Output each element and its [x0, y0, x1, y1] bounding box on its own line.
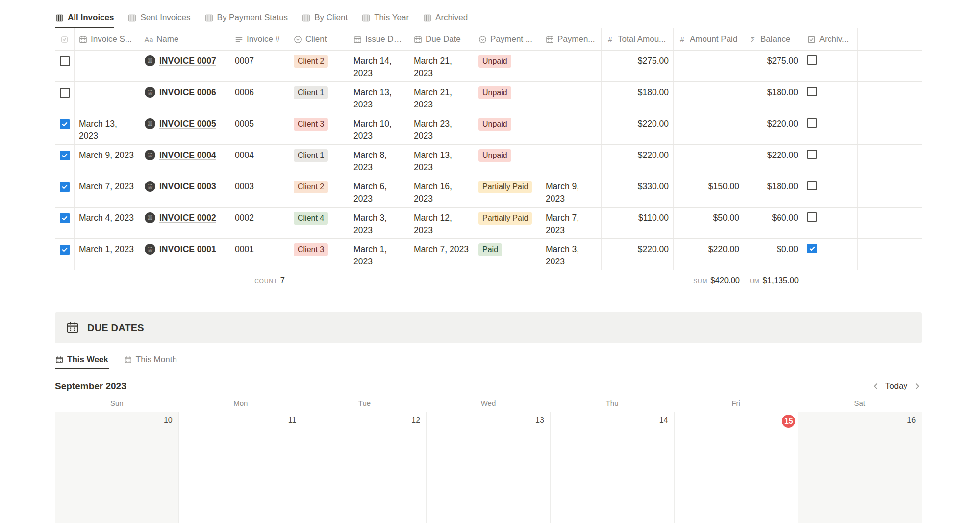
archived-checkbox[interactable] — [807, 244, 817, 253]
view-tab-by-client[interactable]: By Client — [302, 8, 348, 28]
name-cell[interactable]: YOURLOGOHEREINVOICE 0002 — [140, 208, 230, 238]
client-cell[interactable]: Client 2 — [289, 51, 349, 81]
invoice-page-link[interactable]: YOURLOGOHEREINVOICE 0005 — [145, 118, 226, 130]
calendar-tab-this-week[interactable]: This Week — [55, 350, 109, 369]
invoice_sent-cell[interactable]: March 1, 2023 — [75, 239, 140, 270]
archived-cell[interactable] — [803, 51, 858, 81]
payment_status-cell[interactable]: Partially Paid — [474, 208, 541, 238]
payment_date-cell[interactable] — [541, 145, 602, 176]
chevron-right-icon[interactable] — [913, 382, 922, 391]
name-cell[interactable]: YOURLOGOHEREINVOICE 0004 — [140, 145, 230, 176]
column-header-invoice_number[interactable]: Invoice # — [230, 28, 289, 50]
calendar-day-12[interactable]: 12 — [302, 412, 427, 523]
issue_date-cell[interactable]: March 10, 2023 — [349, 113, 409, 144]
select-cell[interactable] — [55, 113, 75, 144]
calendar-tab-this-month[interactable]: This Month — [124, 350, 177, 369]
due_date-cell[interactable]: March 7, 2023 — [409, 239, 474, 270]
invoice-page-link[interactable]: YOURLOGOHEREINVOICE 0006 — [145, 86, 226, 99]
chevron-left-icon[interactable] — [871, 382, 880, 391]
row-select-checkbox[interactable] — [60, 213, 70, 223]
invoice_sent-cell[interactable] — [75, 51, 140, 81]
amount_paid-cell[interactable]: $150.00 — [674, 176, 744, 207]
payment_status-cell[interactable]: Paid — [474, 239, 541, 270]
client-cell[interactable]: Client 2 — [289, 176, 349, 207]
amount_paid-cell[interactable] — [674, 82, 744, 113]
issue_date-cell[interactable]: March 1, 2023 — [349, 239, 409, 270]
payment_date-cell[interactable]: March 3, 2023 — [541, 239, 602, 270]
issue_date-cell[interactable]: March 6, 2023 — [349, 176, 409, 207]
due_date-cell[interactable]: March 16, 2023 — [409, 176, 474, 207]
payment_status-cell[interactable]: Unpaid — [474, 82, 541, 113]
column-header-amount_paid[interactable]: #Amount Paid — [674, 28, 744, 50]
archived-checkbox[interactable] — [807, 150, 817, 159]
payment_status-cell[interactable]: Partially Paid — [474, 176, 541, 207]
payment_date-cell[interactable]: March 7, 2023 — [541, 208, 602, 238]
invoice_number-cell[interactable]: 0002 — [230, 208, 289, 238]
archived-cell[interactable] — [803, 176, 858, 207]
calendar-day-14[interactable]: 14 — [551, 412, 675, 523]
amount_paid-cell[interactable]: $220.00 — [674, 239, 744, 270]
invoice_number-cell[interactable]: 0007 — [230, 51, 289, 81]
issue_date-cell[interactable]: March 8, 2023 — [349, 145, 409, 176]
invoice-page-link[interactable]: YOURLOGOHEREINVOICE 0007 — [145, 55, 226, 67]
today-button[interactable]: Today — [884, 381, 908, 391]
client-cell[interactable]: Client 3 — [289, 113, 349, 144]
total_amount-cell[interactable]: $220.00 — [602, 113, 674, 144]
issue_date-cell[interactable]: March 13, 2023 — [349, 82, 409, 113]
calendar-day-15[interactable]: 15 — [675, 412, 799, 523]
column-header-issue_date[interactable]: Issue Da... — [349, 28, 409, 50]
invoice_sent-cell[interactable]: March 4, 2023 — [75, 208, 140, 238]
invoice_number-cell[interactable]: 0005 — [230, 113, 289, 144]
row-select-checkbox[interactable] — [60, 245, 70, 255]
payment_status-cell[interactable]: Unpaid — [474, 145, 541, 176]
row-select-checkbox[interactable] — [60, 56, 70, 66]
invoice-page-link[interactable]: YOURLOGOHEREINVOICE 0002 — [145, 212, 226, 224]
column-header-client[interactable]: Client — [289, 28, 349, 50]
balance-cell[interactable]: $0.00 — [744, 239, 803, 270]
name-cell[interactable]: YOURLOGOHEREINVOICE 0006 — [140, 82, 230, 113]
amount_paid-cell[interactable] — [674, 145, 744, 176]
row-select-checkbox[interactable] — [60, 88, 70, 98]
column-header-total_amount[interactable]: #Total Amou... — [602, 28, 674, 50]
calendar-day-11[interactable]: 11 — [179, 412, 303, 523]
column-header-spacer[interactable] — [858, 28, 922, 50]
select-cell[interactable] — [55, 82, 75, 113]
invoice-page-link[interactable]: YOURLOGOHEREINVOICE 0003 — [145, 181, 226, 193]
select-cell[interactable] — [55, 208, 75, 238]
payment_date-cell[interactable] — [541, 113, 602, 144]
column-header-archived[interactable]: Archiv... — [803, 28, 858, 50]
balance-cell[interactable]: $180.00 — [744, 176, 803, 207]
payment_status-cell[interactable]: Unpaid — [474, 51, 541, 81]
archived-checkbox[interactable] — [807, 118, 817, 128]
archived-cell[interactable] — [803, 208, 858, 238]
column-header-payment_status[interactable]: Payment ... — [474, 28, 541, 50]
issue_date-cell[interactable]: March 14, 2023 — [349, 51, 409, 81]
view-tab-all-invoices[interactable]: All Invoices — [55, 8, 114, 28]
due_date-cell[interactable]: March 13, 2023 — [409, 145, 474, 176]
invoice_number-cell[interactable]: 0004 — [230, 145, 289, 176]
column-header-name[interactable]: AaName — [140, 28, 230, 50]
payment_date-cell[interactable] — [541, 82, 602, 113]
column-header-invoice_sent[interactable]: Invoice S... — [75, 28, 140, 50]
select-cell[interactable] — [55, 176, 75, 207]
due_date-cell[interactable]: March 12, 2023 — [409, 208, 474, 238]
archived-checkbox[interactable] — [807, 181, 817, 190]
payment_date-cell[interactable] — [541, 51, 602, 81]
view-tab-sent-invoices[interactable]: Sent Invoices — [127, 8, 191, 28]
archived-checkbox[interactable] — [807, 55, 817, 65]
total_amount-cell[interactable]: $330.00 — [602, 176, 674, 207]
total_amount-cell[interactable]: $180.00 — [602, 82, 674, 113]
select-cell[interactable] — [55, 145, 75, 176]
invoice_sent-cell[interactable]: March 13, 2023 — [75, 113, 140, 144]
row-select-checkbox[interactable] — [60, 151, 70, 160]
invoice_sent-cell[interactable]: March 7, 2023 — [75, 176, 140, 207]
archived-cell[interactable] — [803, 82, 858, 113]
total_amount-cell[interactable]: $220.00 — [602, 239, 674, 270]
row-select-checkbox[interactable] — [60, 119, 70, 129]
invoice_number-cell[interactable]: 0001 — [230, 239, 289, 270]
select-cell[interactable] — [55, 51, 75, 81]
client-cell[interactable]: Client 4 — [289, 208, 349, 238]
column-header-due_date[interactable]: Due Date — [409, 28, 474, 50]
balance-cell[interactable]: $275.00 — [744, 51, 803, 81]
invoice_sent-cell[interactable] — [75, 82, 140, 113]
